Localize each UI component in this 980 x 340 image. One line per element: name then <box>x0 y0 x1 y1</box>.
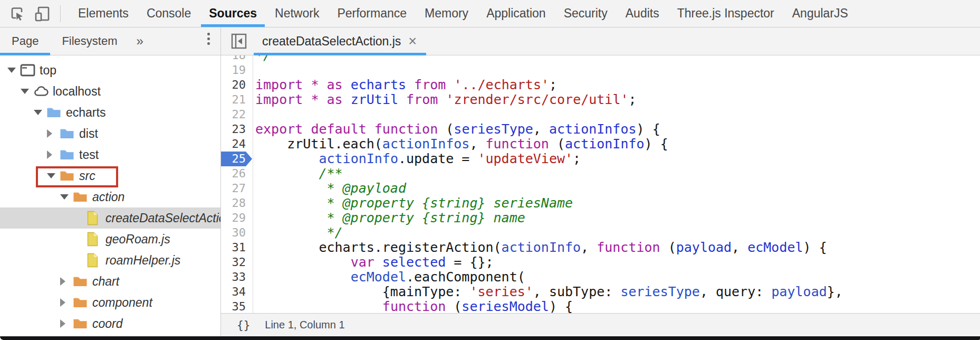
navigator-tab-filesystem[interactable]: Filesystem <box>50 27 129 55</box>
panel-tab-three-js-inspector[interactable]: Three.js Inspector <box>668 0 783 27</box>
line-number[interactable]: 18 <box>221 55 253 63</box>
panel-tab-audits[interactable]: Audits <box>617 0 668 27</box>
line-number[interactable]: 29 <box>221 211 253 225</box>
code-line-20[interactable]: 20import * as echarts from '../echarts'; <box>221 78 980 92</box>
tree-item-src[interactable]: src <box>0 165 220 186</box>
panel-tab-application[interactable]: Application <box>477 0 555 27</box>
window-bottom-edge <box>0 336 980 340</box>
line-number[interactable]: 20 <box>221 78 253 92</box>
tree-item-localhost[interactable]: localhost <box>0 81 220 102</box>
tree-disclosure-right-icon[interactable] <box>60 298 73 307</box>
code-line-31[interactable]: 31 echarts.registerAction(actionInfo, fu… <box>221 240 980 255</box>
panel-tab-security[interactable]: Security <box>555 0 617 27</box>
tree-item-top[interactable]: top <box>0 60 220 81</box>
tree-item-label: src <box>79 169 95 183</box>
tree-disclosure-down-icon[interactable] <box>34 110 46 115</box>
panel-tab-network[interactable]: Network <box>266 0 328 27</box>
tree-disclosure-down-icon[interactable] <box>7 68 20 73</box>
code-line-21[interactable]: 21import * as zrUtil from 'zrender/src/c… <box>221 92 980 107</box>
folder-blue-icon <box>46 106 65 119</box>
line-number[interactable]: 32 <box>221 255 253 270</box>
code-line-28[interactable]: 28 * @property {string} seriesName <box>221 196 980 211</box>
line-number[interactable]: 31 <box>221 240 253 255</box>
code-text: echarts.registerAction(actionInfo, funct… <box>253 240 827 255</box>
tree-disclosure-right-icon[interactable] <box>47 150 60 159</box>
line-number[interactable]: 19 <box>221 63 253 78</box>
panel-tab-elements[interactable]: Elements <box>69 0 138 27</box>
code-line-27[interactable]: 27 * @payload <box>221 181 980 196</box>
main-split: PageFilesystem » toplocalhostechartsdist… <box>0 27 980 336</box>
code-text: ecModel.eachComponent( <box>253 270 525 285</box>
breakpoint-line-number[interactable]: 25 <box>221 152 253 166</box>
code-line-33[interactable]: 33 ecModel.eachComponent( <box>221 270 980 285</box>
tree-disclosure-down-icon[interactable] <box>47 173 60 178</box>
tree-item-roamHelper-js[interactable]: roamHelper.js <box>0 250 220 271</box>
tree-item-coord[interactable]: coord <box>0 313 220 334</box>
code-line-23[interactable]: 23export default function (seriesType, a… <box>221 122 980 137</box>
code-line-29[interactable]: 29 * @property {string} name <box>221 211 980 225</box>
line-number[interactable]: 28 <box>221 196 253 211</box>
panel-tab-performance[interactable]: Performance <box>328 0 416 27</box>
editor-pane: createDataSelectAction.js × 18*/1920impo… <box>221 27 980 336</box>
code-line-25[interactable]: 25 actionInfo.update = 'updateView'; <box>221 152 980 166</box>
tree-disclosure-right-icon[interactable] <box>47 129 60 138</box>
close-tab-icon[interactable]: × <box>408 36 417 46</box>
inspect-element-icon[interactable] <box>8 5 25 22</box>
tree-disclosure-down-icon[interactable] <box>21 89 33 94</box>
file-icon <box>86 232 105 247</box>
panel-tab-sources[interactable]: Sources <box>200 0 266 27</box>
tree-item-createDataSelectAction-js[interactable]: createDataSelectAction.js <box>0 207 220 229</box>
code-text: function (seriesModel) { <box>253 299 573 313</box>
code-line-22[interactable]: 22 <box>221 107 980 122</box>
tree-disclosure-down-icon[interactable] <box>60 194 73 200</box>
line-number[interactable]: 30 <box>221 225 253 240</box>
code-line-19[interactable]: 19 <box>221 63 980 78</box>
panel-tab-memory[interactable]: Memory <box>416 0 477 27</box>
tree-item-test[interactable]: test <box>0 144 220 165</box>
more-tabs-chevron[interactable]: » <box>129 34 151 49</box>
line-number[interactable]: 24 <box>221 137 253 152</box>
folder-orange-icon <box>73 296 92 309</box>
tree-item-label: localhost <box>52 84 101 99</box>
code-editor[interactable]: 18*/1920import * as echarts from '../ech… <box>221 55 980 313</box>
code-line-35[interactable]: 35 function (seriesModel) { <box>221 299 980 313</box>
sources-navigator: PageFilesystem » toplocalhostechartsdist… <box>0 27 221 336</box>
vertical-dots-icon[interactable] <box>207 33 210 45</box>
editor-tab-createDataSelectAction[interactable]: createDataSelectAction.js × <box>254 27 426 55</box>
code-line-34[interactable]: 34 {mainType: 'series', subType: seriesT… <box>221 285 980 299</box>
panel-tab-angularjs[interactable]: AngularJS <box>783 0 857 27</box>
code-text: zrUtil.each(actionInfos, function (actio… <box>253 137 668 152</box>
line-number[interactable]: 22 <box>221 107 253 122</box>
line-number[interactable]: 33 <box>221 270 253 285</box>
tree-item-action[interactable]: action <box>0 186 220 207</box>
cloud-icon <box>33 85 52 98</box>
code-line-32[interactable]: 32 var selected = {}; <box>221 255 980 270</box>
tree-disclosure-right-icon[interactable] <box>60 277 73 286</box>
file-icon <box>86 253 105 268</box>
line-number[interactable]: 23 <box>221 122 253 137</box>
code-text: * @property {string} seriesName <box>253 196 573 211</box>
device-toolbar-icon[interactable] <box>34 5 51 22</box>
line-number[interactable]: 26 <box>221 166 253 181</box>
code-line-18[interactable]: 18*/ <box>221 55 980 63</box>
pretty-print-button[interactable]: {} <box>237 319 250 332</box>
panel-tab-console[interactable]: Console <box>138 0 200 27</box>
line-number[interactable]: 35 <box>221 299 253 313</box>
tree-item-dist[interactable]: dist <box>0 123 220 144</box>
line-number[interactable]: 34 <box>221 285 253 299</box>
tree-item-label: action <box>92 190 124 204</box>
tree-item-echarts[interactable]: echarts <box>0 102 220 123</box>
tree-item-geoRoam-js[interactable]: geoRoam.js <box>0 229 220 250</box>
navigator-tab-page[interactable]: Page <box>0 27 50 55</box>
code-line-26[interactable]: 26 /** <box>221 166 980 181</box>
code-line-24[interactable]: 24 zrUtil.each(actionInfos, function (ac… <box>221 137 980 152</box>
panel-tabs: ElementsConsoleSourcesNetworkPerformance… <box>69 0 857 27</box>
hide-navigator-icon[interactable] <box>230 33 247 50</box>
line-number[interactable]: 21 <box>221 92 253 107</box>
tree-item-component[interactable]: component <box>0 292 220 313</box>
tree-item-chart[interactable]: chart <box>0 271 220 292</box>
folder-orange-icon <box>73 275 92 288</box>
line-number[interactable]: 27 <box>221 181 253 196</box>
tree-disclosure-right-icon[interactable] <box>60 319 73 328</box>
code-line-30[interactable]: 30 */ <box>221 225 980 240</box>
